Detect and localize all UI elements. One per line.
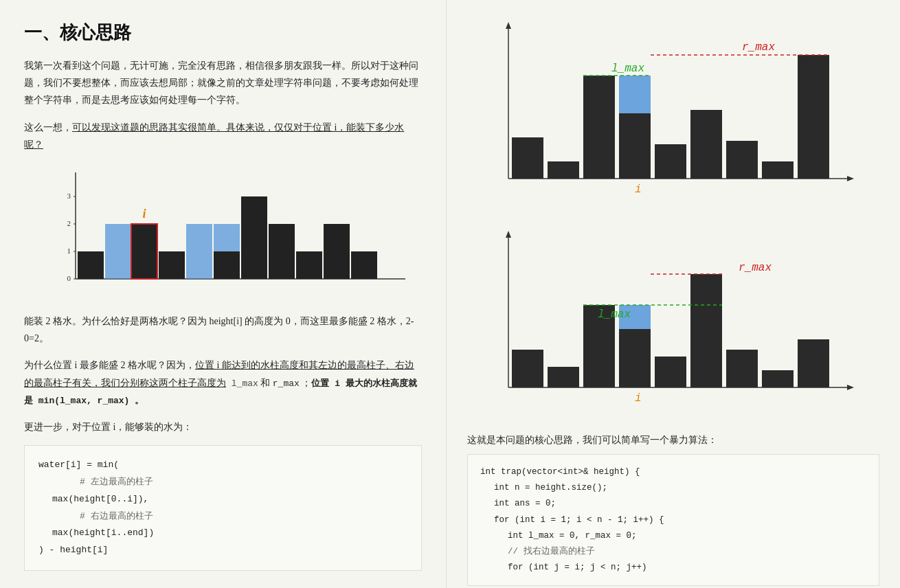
para4-end: ； — [300, 378, 312, 388]
para2-before: 这么一想， — [24, 122, 72, 133]
svg-marker-17 — [847, 385, 854, 390]
bar-9 — [296, 251, 322, 279]
left-bar-chart: 0 1 2 3 i — [38, 166, 409, 303]
code-line-1: water[i] = min( — [38, 460, 119, 470]
para4-mid: 和 — [258, 378, 273, 388]
paragraph-3: 能装 2 格水。为什么恰好是两格水呢？因为 height[i] 的高度为 0，而… — [24, 313, 422, 347]
page-title: 一、核心思路 — [24, 21, 422, 45]
r1-bar9 — [798, 55, 829, 179]
code-line-2: # 左边最高的柱子 — [80, 477, 153, 487]
para3-text: 能装 2 格水。为什么恰好是两格水呢？因为 height[i] 的高度为 0，而… — [24, 316, 414, 343]
right-code-block: int trap(vector<int>& height) { int n = … — [467, 454, 879, 586]
bar-7 — [241, 196, 267, 279]
r1-bar2 — [548, 161, 579, 179]
code-line-3: max(height[0..i]), — [52, 494, 148, 504]
r2-i-label: i — [635, 392, 642, 405]
bar-chart-diagram: 0 1 2 3 i — [24, 166, 422, 303]
paragraph-4: 为什么位置 i 最多能盛 2 格水呢？因为，位置 i 能达到的水柱高度和其左边的… — [24, 357, 422, 409]
svg-text:2: 2 — [67, 219, 71, 227]
bar-8 — [269, 224, 295, 279]
r1-bar4 — [619, 113, 651, 179]
r1-bar5 — [655, 144, 686, 179]
r1-i-label: i — [635, 183, 642, 196]
r2-bar4 — [619, 329, 651, 387]
r2-rmax-label: r_max — [739, 262, 772, 274]
code-block: water[i] = min( # 左边最高的柱子 max(height[0..… — [24, 445, 422, 570]
r1-rmax-label: r_max — [742, 41, 775, 54]
right-para: 这就是本问题的核心思路，我们可以简单写一个暴力算法： — [467, 431, 879, 449]
r1-bar7 — [726, 141, 758, 179]
paragraph-1: 我第一次看到这个问题，无计可施，完全没有思路，相信很多朋友跟我一样。所以对于这种… — [24, 57, 422, 109]
bar-5-water — [186, 224, 212, 279]
r1-bar8 — [762, 161, 794, 179]
r2-bar6 — [690, 274, 722, 387]
r1-lmax-label: l_max — [611, 63, 644, 75]
right-chart-1: l_max r_max i — [467, 14, 866, 213]
r2-bar1 — [512, 350, 543, 387]
right-code-line-2: int n = height.size(); — [480, 480, 866, 496]
bar-10 — [324, 224, 350, 279]
svg-text:0: 0 — [67, 274, 71, 282]
para4-rmax: r_max — [273, 378, 300, 389]
r2-bar7 — [726, 350, 758, 387]
bar-11 — [351, 251, 377, 279]
code-line-6: ) - height[i] — [38, 545, 108, 555]
r1-bar6 — [690, 110, 722, 179]
svg-text:1: 1 — [67, 247, 71, 255]
r1-bar4-water — [619, 76, 651, 113]
right-code-line-1: int trap(vector<int>& height) { — [480, 464, 866, 480]
code-line-4: # 右边最高的柱子 — [80, 511, 153, 521]
right-chart-2: l_max r_max i — [467, 223, 866, 422]
bar-2-water — [105, 224, 131, 279]
r2-bar8 — [762, 370, 794, 387]
right-diagram-2: l_max r_max i — [467, 223, 879, 425]
bar-6 — [214, 251, 240, 279]
paragraph-5: 更进一步，对于位置 i，能够装的水为： — [24, 418, 422, 436]
r2-lmax-label: l_max — [598, 308, 631, 321]
r2-bar5 — [655, 357, 686, 387]
r1-bar3 — [583, 76, 615, 179]
svg-marker-13 — [847, 176, 854, 181]
svg-marker-16 — [506, 231, 511, 238]
paragraph-2: 这么一想，可以发现这道题的思路其实很简单。具体来说，仅仅对于位置 i，能装下多少… — [24, 119, 422, 153]
r2-bar2 — [548, 367, 579, 387]
svg-marker-12 — [506, 22, 511, 29]
code-line-5: max(height[i..end]) — [52, 528, 154, 538]
svg-text:3: 3 — [67, 192, 71, 200]
bar-4 — [159, 251, 185, 279]
bar-3 — [131, 224, 157, 279]
i-label: i — [142, 207, 146, 220]
para4-before: 为什么位置 i 最多能盛 2 格水呢？因为， — [24, 360, 195, 370]
right-code-line-7: for (int j = i; j < n; j++) — [480, 560, 866, 576]
right-code-line-4: for (int i = 1; i < n - 1; i++) { — [480, 512, 866, 528]
right-code-line-3: int ans = 0; — [480, 496, 866, 512]
right-panel: l_max r_max i — [447, 0, 900, 588]
r1-bar1 — [512, 137, 543, 179]
para4-lmax: l_max — [226, 378, 258, 389]
right-diagram-1: l_max r_max i — [467, 14, 879, 216]
right-code-line-5: int l_max = 0, r_max = 0; — [480, 528, 866, 544]
para2-underline: 可以发现这道题的思路其实很简单。具体来说，仅仅对于位置 i，能装下多少水呢？ — [24, 122, 404, 150]
r2-bar9 — [798, 339, 829, 387]
right-code-line-6: // 找右边最高的柱子 — [480, 544, 866, 560]
bar-1 — [78, 251, 104, 279]
left-panel: 一、核心思路 我第一次看到这个问题，无计可施，完全没有思路，相信很多朋友跟我一样… — [0, 0, 447, 588]
right-para-text: 这就是本问题的核心思路，我们可以简单写一个暴力算法： — [467, 435, 717, 445]
